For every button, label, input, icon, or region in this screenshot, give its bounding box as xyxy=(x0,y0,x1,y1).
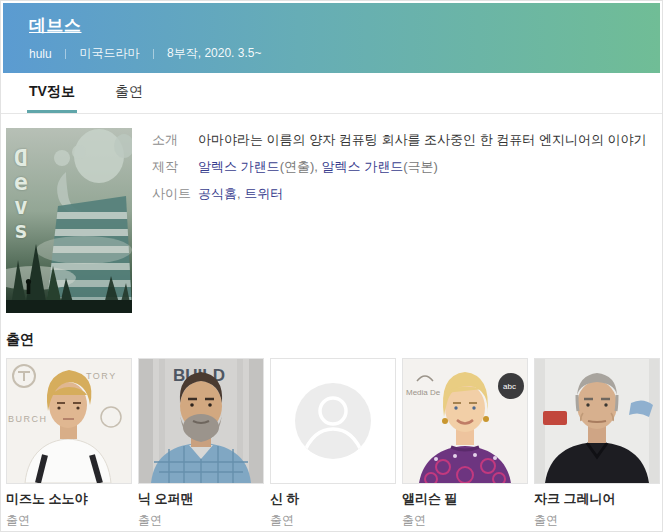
cast-card[interactable]: Media De abc xyxy=(402,358,528,529)
director-link[interactable]: 알렉스 가랜드 xyxy=(198,159,280,174)
cast-card[interactable]: 신 하 출연 xyxy=(270,358,396,529)
tab-tv-info[interactable]: TV정보 xyxy=(27,83,77,113)
backdrop-text: TORY xyxy=(86,371,117,381)
poster-logo-letter: s xyxy=(14,218,28,242)
show-subinfo: hulu 미국드라마 8부작, 2020. 3.5~ xyxy=(29,45,660,62)
cast-photo[interactable] xyxy=(534,358,660,484)
site-label: 사이트 xyxy=(152,184,198,203)
intro-label: 소개 xyxy=(152,130,198,149)
production-row: 제작 알렉스 가랜드(연출), 알렉스 가랜드(극본) xyxy=(152,157,657,176)
cast-name[interactable]: 신 하 xyxy=(270,490,396,508)
show-title-link[interactable]: 데브스 xyxy=(29,14,82,37)
tv-info-panel: 데브스 hulu 미국드라마 8부작, 2020. 3.5~ TV정보 출연 xyxy=(0,0,663,532)
person-placeholder-icon xyxy=(271,359,395,483)
cast-role: 출연 xyxy=(270,512,396,529)
divider xyxy=(153,49,154,59)
cast-role: 출연 xyxy=(402,512,528,529)
official-site-link[interactable]: 공식홈 xyxy=(198,186,237,201)
director-role: (연출) xyxy=(280,159,315,174)
cast-section-heading: 출연 xyxy=(6,331,657,349)
show-meta: 소개 아마야라는 이름의 양자 컴퓨팅 회사를 조사중인 한 컴퓨터 엔지니어의… xyxy=(152,128,657,313)
cast-name[interactable]: 자크 그레니어 xyxy=(534,490,660,508)
cast-photo[interactable]: Media De abc xyxy=(402,358,528,484)
channel-label: hulu xyxy=(29,47,52,61)
site-value: 공식홈, 트위터 xyxy=(198,184,283,203)
writer-role: (극본) xyxy=(403,159,438,174)
tab-bar: TV정보 출연 xyxy=(1,73,662,114)
backdrop-text: Media De xyxy=(406,388,441,397)
intro-text: 아마야라는 이름의 양자 컴퓨팅 회사를 조사중인 한 컴퓨터 엔지니어의 이야… xyxy=(198,130,647,149)
cast-card-list: TORY BURCH xyxy=(6,358,657,529)
cast-photo-illustration: Media De abc xyxy=(403,359,527,483)
cast-photo[interactable]: TORY BURCH xyxy=(6,358,132,484)
production-value: 알렉스 가랜드(연출), 알렉스 가랜드(극본) xyxy=(198,157,438,176)
cast-name[interactable]: 닉 오퍼맨 xyxy=(138,490,264,508)
cast-section: 출연 TORY BURCH xyxy=(6,331,657,529)
twitter-link[interactable]: 트위터 xyxy=(244,186,283,201)
poster-logo-letter: e xyxy=(14,170,28,194)
site-row: 사이트 공식홈, 트위터 xyxy=(152,184,657,203)
backdrop-text: BURCH xyxy=(8,414,48,424)
info-section: D e v s 소개 아마야라는 이름의 양자 컴퓨팅 회사를 조사중인 한 컴… xyxy=(6,128,657,313)
comma: , xyxy=(314,159,321,174)
cast-role: 출연 xyxy=(534,512,660,529)
poster-devs-logo: D e v s xyxy=(14,146,28,242)
genre-label: 미국드라마 xyxy=(79,46,139,60)
cast-photo[interactable]: BUILD xyxy=(138,358,264,484)
cast-photo[interactable] xyxy=(270,358,396,484)
abc-logo-text: abc xyxy=(503,382,516,391)
cast-card[interactable]: BUILD xyxy=(138,358,264,529)
cast-name[interactable]: 앨리슨 필 xyxy=(402,490,528,508)
production-label: 제작 xyxy=(152,157,198,176)
show-header: 데브스 hulu 미국드라마 8부작, 2020. 3.5~ xyxy=(3,3,660,73)
show-poster[interactable]: D e v s xyxy=(6,128,132,313)
cast-card[interactable]: 자크 그레니어 출연 xyxy=(534,358,660,529)
tab-cast[interactable]: 출연 xyxy=(113,83,145,113)
cast-photo-illustration: BUILD xyxy=(139,359,263,483)
cast-card[interactable]: TORY BURCH xyxy=(6,358,132,529)
divider xyxy=(65,49,66,59)
cast-name[interactable]: 미즈노 소노야 xyxy=(6,490,132,508)
poster-logo-letter: D xyxy=(14,146,28,170)
poster-logo-letter: v xyxy=(14,194,28,218)
cast-role: 출연 xyxy=(138,512,264,529)
cast-role: 출연 xyxy=(6,512,132,529)
intro-row: 소개 아마야라는 이름의 양자 컴퓨팅 회사를 조사중인 한 컴퓨터 엔지니어의… xyxy=(152,130,657,149)
writer-link[interactable]: 알렉스 가랜드 xyxy=(322,159,404,174)
episodes-label: 8부작, 2020. 3.5~ xyxy=(167,46,261,60)
cast-photo-illustration xyxy=(535,359,659,483)
cast-photo-illustration: TORY BURCH xyxy=(7,359,131,483)
